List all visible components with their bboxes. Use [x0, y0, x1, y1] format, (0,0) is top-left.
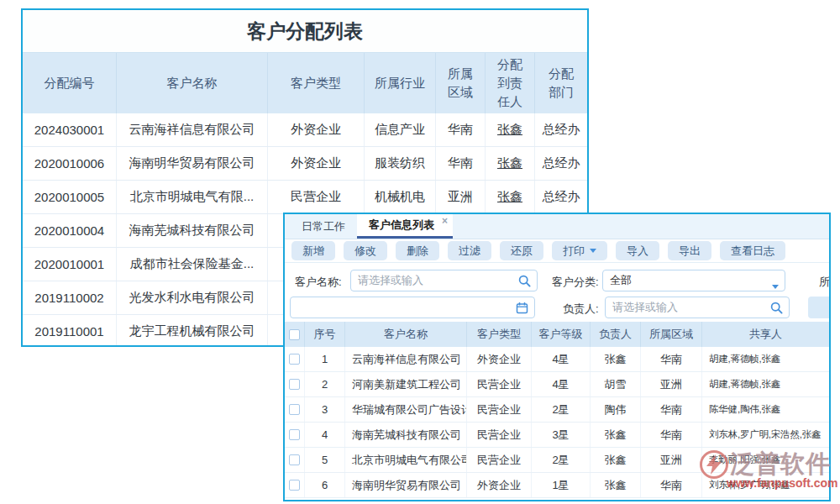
toolbar-button-查看日志[interactable]: 查看日志: [720, 241, 785, 260]
column-header: 客户名称: [117, 53, 268, 113]
button-label: 导入: [627, 244, 648, 258]
checkbox[interactable]: [289, 454, 300, 465]
table-cell: 海南芜城科技有限公司: [117, 214, 268, 247]
shared-persons: 刘东林,罗广明,宋浩然,张鑫: [702, 423, 829, 447]
table-row[interactable]: 2020010005北京市明城电气有限...民营企业机械机电亚洲张鑫总经办: [23, 181, 587, 214]
customer-name-link[interactable]: 海南芜城科技有限公司: [345, 423, 467, 447]
tab-daily-work[interactable]: 日常工作: [290, 214, 357, 239]
table-cell: 云南海祥信息有限公司: [117, 113, 268, 146]
owner-link[interactable]: 张鑫: [591, 473, 641, 497]
chevron-down-icon[interactable]: [772, 279, 779, 291]
table-cell: 2024030001: [23, 113, 117, 146]
customer-info-window: 日常工作客户信息列表× 新增修改删除过滤还原打印导入导出查看日志 客户名称: 请…: [283, 213, 831, 501]
toolbar: 新增修改删除过滤还原打印导入导出查看日志: [285, 239, 829, 263]
checkbox-cell: [285, 473, 305, 497]
customer-level: 1星: [532, 473, 591, 497]
column-header: 分配到责任人: [486, 53, 535, 113]
customer-name-link[interactable]: 北京市明城电气有限公司: [345, 448, 467, 472]
customer-name-link[interactable]: 云南海祥信息有限公司: [345, 347, 467, 371]
assignee-link[interactable]: 张鑫: [486, 181, 535, 213]
table-cell: 华南: [436, 113, 486, 146]
owner-link[interactable]: 张鑫: [591, 347, 641, 371]
toolbar-button-打印[interactable]: 打印: [552, 241, 607, 260]
date-input[interactable]: [290, 297, 535, 318]
page: 客户分配列表 分配编号客户名称客户类型所属行业所属区域分配到责任人分配部门 20…: [0, 0, 840, 504]
table-row[interactable]: 1云南海祥信息有限公司外资企业4星张鑫华南胡建,蒋德帧,张鑫: [285, 347, 829, 372]
button-label: 新增: [302, 244, 324, 258]
table-row[interactable]: 2024030001云南海祥信息有限公司外资企业信息产业华南张鑫总经办: [23, 113, 587, 147]
toolbar-button-还原[interactable]: 还原: [500, 241, 543, 260]
checkbox[interactable]: [289, 480, 300, 491]
table-cell: 信息产业: [365, 113, 436, 146]
customer-category-select[interactable]: 全部: [602, 270, 785, 291]
button-label: 还原: [511, 244, 533, 258]
owner-link[interactable]: 陶伟: [591, 397, 641, 422]
calendar-icon[interactable]: [516, 302, 528, 317]
checkbox[interactable]: [289, 429, 300, 440]
owner-link[interactable]: 张鑫: [591, 448, 641, 472]
column-header: 所属区域: [641, 322, 702, 347]
table-cell: 外资企业: [268, 147, 365, 180]
column-header: 所属区域: [436, 53, 486, 113]
toolbar-button-新增[interactable]: 新增: [291, 241, 335, 260]
column-header: 分配编号: [23, 53, 117, 113]
tab-customer-info-list[interactable]: 客户信息列表×: [357, 214, 453, 239]
table-cell: 民营企业: [268, 181, 365, 213]
assignee-link[interactable]: 张鑫: [486, 113, 535, 146]
customer-type: 民营企业: [467, 372, 532, 396]
button-label: 打印: [563, 244, 585, 258]
table-row[interactable]: 6海南明华贸易有限公司外资企业1星张鑫华南刘东林,罗广明,张鑫: [285, 473, 829, 498]
table-cell: 华南: [436, 147, 486, 180]
checkbox[interactable]: [289, 404, 300, 415]
checkbox[interactable]: [289, 379, 300, 390]
button-label: 导出: [679, 244, 701, 258]
shared-persons: 刘东林,罗广明,张鑫: [702, 473, 829, 497]
shared-persons: 胡建,蒋德帧,张鑫: [702, 372, 829, 396]
table-row[interactable]: 3华瑞城有限公司广告设计部民营企业2星陶伟华南陈华健,陶伟,张鑫: [285, 397, 829, 423]
region: 亚洲: [641, 448, 702, 472]
checkbox-cell: [285, 397, 305, 422]
owner-link[interactable]: 胡雪: [591, 372, 641, 396]
toolbar-button-导出[interactable]: 导出: [668, 241, 711, 260]
column-header: 负责人: [591, 322, 641, 347]
tab-label: 日常工作: [302, 219, 345, 234]
table-row[interactable]: 5北京市明城电气有限公司民营企业2星张鑫亚洲李勤丽,阳强,张鑫: [285, 448, 829, 473]
toolbar-button-过滤[interactable]: 过滤: [448, 241, 491, 260]
filter-panel: 客户名称: 请选择或输入 客户分类: 全部 所在 负责人:: [285, 263, 829, 322]
table-row[interactable]: 2020010006海南明华贸易有限公司外资企业服装纺织华南张鑫总经办: [23, 147, 587, 181]
column-header: 客户类型: [467, 322, 532, 347]
button-label: 过滤: [459, 244, 480, 258]
checkbox[interactable]: [289, 329, 300, 340]
tab-label: 客户信息列表: [369, 218, 434, 233]
close-icon[interactable]: ×: [442, 215, 448, 227]
toolbar-button-修改[interactable]: 修改: [344, 241, 387, 260]
manager-input[interactable]: 请选择或输入: [605, 297, 790, 318]
button-label: 查看日志: [731, 244, 774, 258]
allocation-table-header: 分配编号客户名称客户类型所属行业所属区域分配到责任人分配部门: [23, 52, 587, 113]
row-index: 6: [305, 473, 345, 497]
table-row[interactable]: 2河南美新建筑工程公司民营企业4星胡雪亚洲胡建,蒋德帧,张鑫: [285, 372, 829, 397]
clipped-action-button[interactable]: [808, 297, 831, 318]
customer-name-link[interactable]: 河南美新建筑工程公司: [345, 372, 467, 396]
toolbar-button-删除[interactable]: 删除: [396, 241, 439, 260]
checkbox[interactable]: [289, 354, 300, 365]
row-index: 3: [305, 397, 345, 422]
table-cell: 外资企业: [268, 113, 365, 146]
customer-name-input[interactable]: 请选择或输入: [350, 270, 538, 291]
owner-link[interactable]: 张鑫: [591, 423, 641, 447]
table-row[interactable]: 4海南芜城科技有限公司民营企业3星张鑫华南刘东林,罗广明,宋浩然,张鑫: [285, 423, 829, 448]
row-index: 5: [305, 448, 345, 472]
checkbox-cell: [285, 423, 305, 447]
customer-name-link[interactable]: 海南明华贸易有限公司: [345, 473, 467, 497]
column-header: 序号: [305, 322, 345, 347]
toolbar-button-导入[interactable]: 导入: [616, 241, 659, 260]
region: 华南: [641, 347, 702, 371]
customer-name-link[interactable]: 华瑞城有限公司广告设计部: [345, 397, 467, 422]
table-cell: 海南明华贸易有限公司: [117, 147, 268, 180]
column-header: 客户类型: [268, 53, 365, 113]
region: 亚洲: [641, 372, 702, 396]
search-icon[interactable]: [770, 302, 783, 317]
assignee-link[interactable]: 张鑫: [486, 147, 535, 180]
customer-table-header: 序号客户名称客户类型客户等级负责人所属区域共享人: [285, 322, 829, 347]
search-icon[interactable]: [518, 275, 531, 290]
